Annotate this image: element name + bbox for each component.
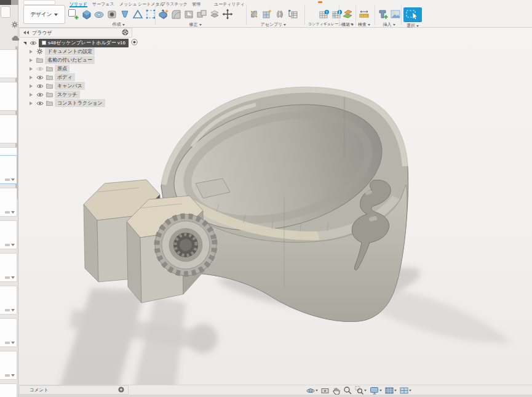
assemble-group-dropdown[interactable]: アセンブリ (261, 22, 287, 28)
combine-icon[interactable] (196, 9, 207, 20)
version-dropdown[interactable] (5, 178, 15, 181)
tree-item-label[interactable]: 名前の付いたビュー (45, 56, 95, 64)
visibility-eye-icon[interactable] (36, 66, 44, 71)
data-panel-card[interactable] (0, 286, 17, 315)
tree-row-origin[interactable]: 原点 (30, 65, 69, 73)
browser-panel-header[interactable]: ブラウザ (19, 28, 132, 38)
look-at-icon[interactable] (321, 387, 329, 395)
modify-group-dropdown[interactable]: 修正 (189, 22, 202, 28)
shell-icon[interactable] (183, 9, 194, 20)
collapsed-arrow-icon[interactable] (30, 102, 33, 105)
pan-icon[interactable] (332, 387, 340, 395)
version-dropdown[interactable] (5, 244, 15, 246)
measure-icon[interactable] (359, 9, 370, 20)
tree-row-construction[interactable]: コンストラクション (30, 99, 105, 107)
construction-plane-icon[interactable] (342, 9, 353, 20)
comments-panel-header[interactable]: コメント (19, 385, 129, 395)
fillet-icon[interactable] (170, 9, 181, 20)
version-dropdown[interactable] (5, 276, 15, 279)
rib-icon[interactable] (132, 9, 143, 20)
version-dropdown[interactable] (5, 374, 15, 377)
data-panel-card[interactable] (0, 383, 17, 397)
insert-group-dropdown[interactable]: 挿入 (383, 22, 395, 28)
version-dropdown[interactable] (5, 309, 15, 311)
expand-arrow-icon[interactable] (23, 42, 26, 45)
canvas-image-icon[interactable] (390, 9, 401, 20)
collapsed-arrow-icon[interactable] (30, 84, 33, 88)
tab-sheet-metal[interactable]: シートメタル (138, 1, 164, 7)
joint-icon[interactable] (248, 9, 260, 20)
split-body-icon[interactable] (209, 9, 220, 20)
collapsed-arrow-icon[interactable] (30, 58, 33, 62)
display-settings-icon[interactable] (370, 387, 382, 395)
tree-item-label[interactable]: ボディ (55, 73, 75, 81)
move-icon[interactable] (222, 9, 233, 20)
select-button[interactable] (403, 7, 422, 22)
tab-utilities[interactable]: ユーティリティ (214, 1, 245, 7)
visibility-eye-icon[interactable] (29, 41, 37, 46)
data-panel-card[interactable] (0, 155, 17, 184)
data-panel-card[interactable] (0, 253, 17, 282)
collapsed-arrow-icon[interactable] (30, 50, 33, 54)
revolve-icon[interactable] (93, 9, 105, 20)
add-comment-icon[interactable] (118, 387, 124, 394)
data-panel-card[interactable] (0, 49, 17, 78)
tab-solid[interactable]: ソリッド (69, 1, 87, 7)
data-panel-card[interactable] (0, 188, 17, 217)
data-panel-card[interactable] (0, 82, 17, 111)
tab-plastic[interactable]: プラスチック (161, 1, 188, 7)
browser-settings-icon[interactable] (122, 29, 129, 37)
zoom-window-icon[interactable] (355, 386, 367, 395)
hole-icon[interactable] (106, 9, 117, 20)
insert-derive-icon[interactable] (377, 9, 388, 20)
version-dropdown[interactable] (5, 342, 15, 344)
data-panel-card[interactable] (0, 114, 17, 143)
tree-row-canvases[interactable]: キャンバス (30, 82, 85, 90)
visibility-eye-icon[interactable] (36, 92, 44, 97)
tab-mesh[interactable]: メッシュ (119, 1, 137, 7)
collapse-browser-icon[interactable] (23, 31, 29, 34)
collapsed-arrow-icon[interactable] (30, 67, 33, 71)
tree-item-label[interactable]: コンストラクション (55, 99, 105, 107)
loft-icon[interactable] (119, 9, 130, 20)
tree-item-label[interactable]: スケッチ (55, 90, 80, 98)
collapsed-arrow-icon[interactable] (30, 93, 33, 97)
create-sketch-icon[interactable] (68, 9, 79, 20)
visibility-eye-icon[interactable] (36, 75, 44, 80)
grid-and-snaps-icon[interactable] (385, 387, 397, 395)
model-band[interactable] (161, 86, 408, 322)
data-panel-card[interactable] (0, 220, 17, 249)
zoom-icon[interactable] (343, 386, 352, 395)
tree-row-bodies[interactable]: ボディ (30, 73, 75, 81)
rigid-group-icon[interactable] (287, 9, 298, 20)
tab-manage[interactable]: 管理 (192, 1, 200, 7)
activate-component-radio[interactable] (131, 39, 138, 47)
new-component-icon[interactable] (261, 9, 272, 20)
tree-row-named-views[interactable]: 名前の付いたビュー (30, 56, 95, 64)
data-panel-card[interactable] (0, 351, 17, 380)
tree-item-label[interactable]: ドキュメントの設定 (45, 47, 95, 55)
viewports-icon[interactable] (400, 387, 411, 395)
tree-row-root[interactable]: s48ゼッケンプレートホルダー v16 (23, 39, 138, 47)
tree-item-label[interactable]: 原点 (55, 65, 69, 73)
configure-icon[interactable] (319, 9, 330, 20)
extrude-icon[interactable] (81, 9, 92, 20)
version-dropdown[interactable] (5, 211, 15, 214)
select-group-dropdown[interactable]: 選択 (407, 23, 419, 29)
visibility-eye-icon[interactable] (36, 84, 44, 89)
workspace-switcher[interactable]: デザイン (23, 5, 65, 24)
rail-button[interactable] (1, 6, 10, 18)
inspect-group-dropdown[interactable]: 検査 (358, 22, 370, 28)
root-component-label[interactable]: s48ゼッケンプレートホルダー v16 (39, 39, 129, 47)
as-built-joint-icon[interactable] (274, 9, 285, 20)
data-panel-card[interactable] (0, 318, 17, 347)
model-clamp-assembly[interactable] (84, 178, 230, 303)
visibility-eye-icon[interactable] (36, 101, 44, 106)
cloud-icon[interactable] (11, 33, 18, 40)
tab-surface[interactable]: サーフェス (92, 1, 114, 7)
tree-item-label[interactable]: キャンバス (55, 82, 85, 90)
tree-row-document-settings[interactable]: ドキュメントの設定 (30, 47, 95, 55)
orbit-icon[interactable] (306, 387, 318, 395)
create-group-dropdown[interactable]: 作成 (113, 22, 125, 28)
gear-icon[interactable] (11, 20, 18, 27)
